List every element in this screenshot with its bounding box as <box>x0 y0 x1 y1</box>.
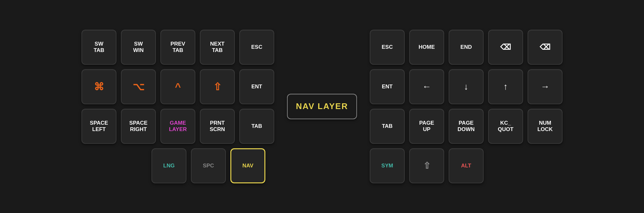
key-sw-win[interactable]: SWWIN <box>121 30 156 65</box>
key-ctrl[interactable]: ^ <box>160 69 195 104</box>
key-nav[interactable]: NAV <box>230 148 265 183</box>
key-right-arrow[interactable]: → <box>528 69 563 104</box>
center-section: NAV LAYER <box>287 94 357 119</box>
key-esc-right[interactable]: ESC <box>370 30 405 65</box>
right-row-4: SYM ⇧ ALT <box>370 148 563 183</box>
key-sym[interactable]: SYM <box>370 148 405 183</box>
key-game-layer[interactable]: GAMELAYER <box>160 109 195 144</box>
key-esc-left[interactable]: ESC <box>239 30 274 65</box>
key-lng[interactable]: LNG <box>151 148 186 183</box>
key-shift-left[interactable]: ⇧ <box>200 69 235 104</box>
key-page-up[interactable]: PAGEUP <box>409 109 444 144</box>
right-row-1: ESC HOME END ⌫ ⌫ <box>370 30 563 65</box>
key-num-lock[interactable]: NUMLOCK <box>528 109 563 144</box>
key-sw-tab[interactable]: SWTAB <box>81 30 116 65</box>
key-left-arrow[interactable]: ← <box>409 69 444 104</box>
left-half: SWTAB SWWIN PREVTAB NEXTTAB ESC ⌘ ⌥ ^ ⇧ … <box>81 30 274 183</box>
key-ent-right[interactable]: ENT <box>370 69 405 104</box>
key-up-arrow[interactable]: ↑ <box>488 69 523 104</box>
nav-layer-label: NAV LAYER <box>287 94 357 119</box>
key-end[interactable]: END <box>449 30 484 65</box>
key-bspc-1[interactable]: ⌫ <box>488 30 523 65</box>
key-kc-quot[interactable]: KC_QUOT <box>488 109 523 144</box>
key-space-right[interactable]: SPACERIGHT <box>121 109 156 144</box>
left-row-4: LNG SPC NAV <box>81 148 274 183</box>
right-row-2: ENT ← ↓ ↑ → <box>370 69 563 104</box>
key-tab-left[interactable]: TAB <box>239 109 274 144</box>
key-shift-right[interactable]: ⇧ <box>409 148 444 183</box>
key-prev-tab[interactable]: PREVTAB <box>160 30 195 65</box>
left-row-1: SWTAB SWWIN PREVTAB NEXTTAB ESC <box>81 30 274 65</box>
key-spc[interactable]: SPC <box>191 148 226 183</box>
key-down-arrow[interactable]: ↓ <box>449 69 484 104</box>
keyboard-layout: SWTAB SWWIN PREVTAB NEXTTAB ESC ⌘ ⌥ ^ ⇧ … <box>69 23 575 190</box>
key-prnt-scrn[interactable]: PRNTSCRN <box>200 109 235 144</box>
left-row-3: SPACELEFT SPACERIGHT GAMELAYER PRNTSCRN … <box>81 109 274 144</box>
key-bspc-2[interactable]: ⌫ <box>528 30 563 65</box>
key-next-tab[interactable]: NEXTTAB <box>200 30 235 65</box>
right-row-3: TAB PAGEUP PAGEDOWN KC_QUOT NUMLOCK <box>370 109 563 144</box>
key-cmd[interactable]: ⌘ <box>81 69 116 104</box>
key-page-down[interactable]: PAGEDOWN <box>449 109 484 144</box>
key-tab-right[interactable]: TAB <box>370 109 405 144</box>
right-half: ESC HOME END ⌫ ⌫ ENT ← ↓ ↑ → TAB PAGEUP … <box>370 30 563 183</box>
left-row-2: ⌘ ⌥ ^ ⇧ ENT <box>81 69 274 104</box>
key-opt[interactable]: ⌥ <box>121 69 156 104</box>
key-ent-left[interactable]: ENT <box>239 69 274 104</box>
key-alt[interactable]: ALT <box>449 148 484 183</box>
key-space-left[interactable]: SPACELEFT <box>81 109 116 144</box>
key-home[interactable]: HOME <box>409 30 444 65</box>
